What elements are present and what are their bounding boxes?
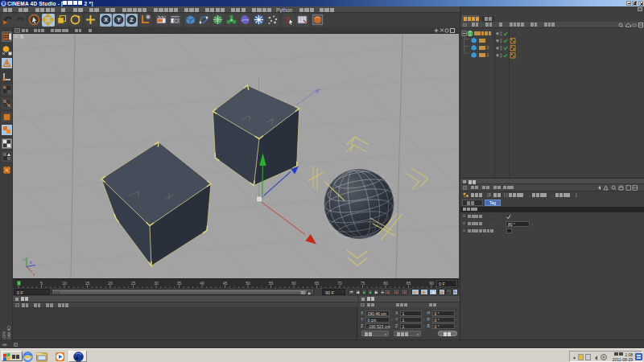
svg-text:60: 60: [291, 281, 296, 286]
svg-text:Z: Z: [130, 17, 134, 23]
svg-text:45: 45: [223, 281, 228, 286]
svg-text:50: 50: [246, 281, 250, 286]
svg-text:X: X: [104, 17, 108, 23]
svg-text:Y: Y: [117, 17, 121, 23]
svg-text:55: 55: [269, 281, 274, 286]
svg-text:?: ?: [285, 15, 289, 24]
svg-text:90: 90: [429, 281, 434, 286]
svg-text:35: 35: [177, 281, 182, 286]
svg-text:65: 65: [315, 281, 320, 286]
svg-text:40: 40: [200, 281, 204, 286]
svg-text:10: 10: [62, 281, 67, 286]
svg-text:5: 5: [40, 281, 43, 286]
svg-text:80: 80: [383, 281, 388, 286]
svg-text:70: 70: [337, 281, 342, 286]
svg-text:15: 15: [85, 281, 90, 286]
svg-text:30: 30: [154, 281, 159, 286]
svg-text:20: 20: [108, 281, 113, 286]
svg-text:25: 25: [131, 281, 136, 286]
svg-text:75: 75: [361, 281, 365, 286]
svg-text:85: 85: [407, 281, 411, 286]
